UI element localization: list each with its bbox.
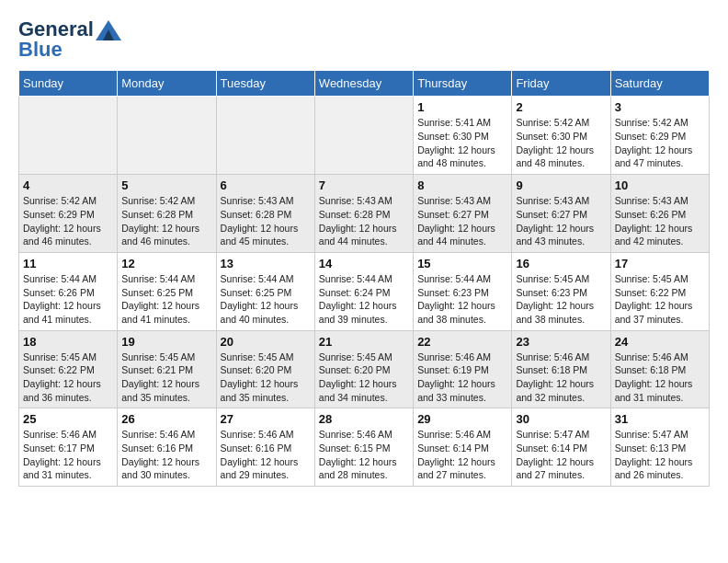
calendar-cell: 20Sunrise: 5:45 AM Sunset: 6:20 PM Dayli… xyxy=(216,330,314,408)
day-number: 15 xyxy=(417,257,507,270)
calendar-cell: 11Sunrise: 5:44 AM Sunset: 6:26 PM Dayli… xyxy=(19,252,118,330)
calendar-cell: 13Sunrise: 5:44 AM Sunset: 6:25 PM Dayli… xyxy=(216,252,314,330)
calendar-cell: 28Sunrise: 5:46 AM Sunset: 6:15 PM Dayli… xyxy=(314,408,413,487)
day-info: Sunrise: 5:46 AM Sunset: 6:16 PM Dayligh… xyxy=(121,428,211,482)
col-header-tuesday: Tuesday xyxy=(216,71,314,97)
day-number: 14 xyxy=(319,257,409,270)
calendar-cell: 15Sunrise: 5:44 AM Sunset: 6:23 PM Dayli… xyxy=(414,252,512,330)
col-header-thursday: Thursday xyxy=(414,71,512,97)
calendar-cell xyxy=(314,97,413,175)
calendar-table: SundayMondayTuesdayWednesdayThursdayFrid… xyxy=(18,70,710,487)
day-info: Sunrise: 5:42 AM Sunset: 6:29 PM Dayligh… xyxy=(23,194,113,248)
day-info: Sunrise: 5:42 AM Sunset: 6:28 PM Dayligh… xyxy=(121,194,211,248)
day-number: 25 xyxy=(23,412,113,426)
day-info: Sunrise: 5:41 AM Sunset: 6:30 PM Dayligh… xyxy=(417,116,507,170)
day-number: 16 xyxy=(516,257,606,270)
calendar-week-row: 18Sunrise: 5:45 AM Sunset: 6:22 PM Dayli… xyxy=(19,330,710,408)
day-info: Sunrise: 5:45 AM Sunset: 6:21 PM Dayligh… xyxy=(121,350,211,405)
day-number: 26 xyxy=(121,412,211,426)
day-info: Sunrise: 5:45 AM Sunset: 6:20 PM Dayligh… xyxy=(221,350,311,405)
day-info: Sunrise: 5:42 AM Sunset: 6:30 PM Dayligh… xyxy=(516,116,606,170)
page-header: General Blue xyxy=(18,18,710,61)
day-info: Sunrise: 5:43 AM Sunset: 6:26 PM Dayligh… xyxy=(615,194,705,248)
calendar-cell: 14Sunrise: 5:44 AM Sunset: 6:24 PM Dayli… xyxy=(314,252,413,330)
day-info: Sunrise: 5:43 AM Sunset: 6:28 PM Dayligh… xyxy=(221,194,311,248)
day-number: 30 xyxy=(516,412,606,426)
calendar-cell: 22Sunrise: 5:46 AM Sunset: 6:19 PM Dayli… xyxy=(414,330,512,408)
day-info: Sunrise: 5:47 AM Sunset: 6:13 PM Dayligh… xyxy=(615,428,705,482)
day-number: 13 xyxy=(221,257,311,270)
day-number: 5 xyxy=(121,178,211,192)
calendar-cell: 7Sunrise: 5:43 AM Sunset: 6:28 PM Daylig… xyxy=(314,175,413,253)
day-number: 29 xyxy=(417,412,507,426)
day-number: 24 xyxy=(615,335,705,349)
day-number: 1 xyxy=(417,100,507,114)
day-number: 19 xyxy=(121,335,211,349)
day-number: 2 xyxy=(516,100,606,114)
calendar-cell: 24Sunrise: 5:46 AM Sunset: 6:18 PM Dayli… xyxy=(610,330,709,408)
calendar-cell: 18Sunrise: 5:45 AM Sunset: 6:22 PM Dayli… xyxy=(19,330,118,408)
day-number: 7 xyxy=(319,178,409,192)
day-number: 22 xyxy=(417,335,507,349)
col-header-monday: Monday xyxy=(118,71,216,97)
day-info: Sunrise: 5:45 AM Sunset: 6:23 PM Dayligh… xyxy=(516,272,606,327)
calendar-week-row: 4Sunrise: 5:42 AM Sunset: 6:29 PM Daylig… xyxy=(19,175,710,253)
day-info: Sunrise: 5:45 AM Sunset: 6:22 PM Dayligh… xyxy=(615,272,705,327)
calendar-cell: 25Sunrise: 5:46 AM Sunset: 6:17 PM Dayli… xyxy=(19,408,118,487)
calendar-cell: 21Sunrise: 5:45 AM Sunset: 6:20 PM Dayli… xyxy=(314,330,413,408)
col-header-wednesday: Wednesday xyxy=(314,71,413,97)
day-number: 20 xyxy=(221,335,311,349)
day-number: 18 xyxy=(23,335,113,349)
calendar-cell: 27Sunrise: 5:46 AM Sunset: 6:16 PM Dayli… xyxy=(216,408,314,487)
day-info: Sunrise: 5:45 AM Sunset: 6:20 PM Dayligh… xyxy=(319,350,409,405)
day-number: 21 xyxy=(319,335,409,349)
day-number: 27 xyxy=(221,412,311,426)
day-info: Sunrise: 5:44 AM Sunset: 6:25 PM Dayligh… xyxy=(121,272,211,327)
col-header-sunday: Sunday xyxy=(19,71,118,97)
calendar-cell: 9Sunrise: 5:43 AM Sunset: 6:27 PM Daylig… xyxy=(512,175,610,253)
day-info: Sunrise: 5:44 AM Sunset: 6:25 PM Dayligh… xyxy=(221,272,311,327)
calendar-cell: 30Sunrise: 5:47 AM Sunset: 6:14 PM Dayli… xyxy=(512,408,610,487)
calendar-cell: 12Sunrise: 5:44 AM Sunset: 6:25 PM Dayli… xyxy=(118,252,216,330)
calendar-header-row: SundayMondayTuesdayWednesdayThursdayFrid… xyxy=(19,71,710,97)
day-number: 31 xyxy=(615,412,705,426)
calendar-cell: 31Sunrise: 5:47 AM Sunset: 6:13 PM Dayli… xyxy=(610,408,709,487)
calendar-cell xyxy=(19,97,118,175)
day-info: Sunrise: 5:44 AM Sunset: 6:24 PM Dayligh… xyxy=(319,272,409,327)
day-info: Sunrise: 5:46 AM Sunset: 6:16 PM Dayligh… xyxy=(221,428,311,482)
calendar-cell: 26Sunrise: 5:46 AM Sunset: 6:16 PM Dayli… xyxy=(118,408,216,487)
calendar-cell: 29Sunrise: 5:46 AM Sunset: 6:14 PM Dayli… xyxy=(414,408,512,487)
day-number: 11 xyxy=(23,257,113,270)
day-number: 3 xyxy=(615,100,705,114)
calendar-week-row: 1Sunrise: 5:41 AM Sunset: 6:30 PM Daylig… xyxy=(19,97,710,175)
calendar-cell: 5Sunrise: 5:42 AM Sunset: 6:28 PM Daylig… xyxy=(118,175,216,253)
col-header-saturday: Saturday xyxy=(610,71,709,97)
calendar-week-row: 11Sunrise: 5:44 AM Sunset: 6:26 PM Dayli… xyxy=(19,252,710,330)
day-number: 4 xyxy=(23,178,113,192)
day-info: Sunrise: 5:47 AM Sunset: 6:14 PM Dayligh… xyxy=(516,428,606,482)
day-info: Sunrise: 5:46 AM Sunset: 6:18 PM Dayligh… xyxy=(516,350,606,405)
calendar-week-row: 25Sunrise: 5:46 AM Sunset: 6:17 PM Dayli… xyxy=(19,408,710,487)
day-info: Sunrise: 5:46 AM Sunset: 6:17 PM Dayligh… xyxy=(23,428,113,482)
calendar-cell: 1Sunrise: 5:41 AM Sunset: 6:30 PM Daylig… xyxy=(414,97,512,175)
calendar-cell: 3Sunrise: 5:42 AM Sunset: 6:29 PM Daylig… xyxy=(610,97,709,175)
day-number: 9 xyxy=(516,178,606,192)
logo-icon xyxy=(96,20,121,40)
calendar-cell: 4Sunrise: 5:42 AM Sunset: 6:29 PM Daylig… xyxy=(19,175,118,253)
day-number: 8 xyxy=(417,178,507,192)
day-number: 12 xyxy=(121,257,211,270)
day-info: Sunrise: 5:43 AM Sunset: 6:27 PM Dayligh… xyxy=(516,194,606,248)
day-info: Sunrise: 5:46 AM Sunset: 6:19 PM Dayligh… xyxy=(417,350,507,405)
logo: General Blue xyxy=(18,18,121,61)
day-number: 6 xyxy=(221,178,311,192)
day-info: Sunrise: 5:46 AM Sunset: 6:14 PM Dayligh… xyxy=(417,428,507,482)
day-number: 28 xyxy=(319,412,409,426)
day-number: 23 xyxy=(516,335,606,349)
day-info: Sunrise: 5:44 AM Sunset: 6:26 PM Dayligh… xyxy=(23,272,113,327)
day-info: Sunrise: 5:43 AM Sunset: 6:27 PM Dayligh… xyxy=(417,194,507,248)
calendar-cell: 6Sunrise: 5:43 AM Sunset: 6:28 PM Daylig… xyxy=(216,175,314,253)
day-info: Sunrise: 5:46 AM Sunset: 6:15 PM Dayligh… xyxy=(319,428,409,482)
day-info: Sunrise: 5:45 AM Sunset: 6:22 PM Dayligh… xyxy=(23,350,113,405)
calendar-cell: 2Sunrise: 5:42 AM Sunset: 6:30 PM Daylig… xyxy=(512,97,610,175)
day-number: 10 xyxy=(615,178,705,192)
